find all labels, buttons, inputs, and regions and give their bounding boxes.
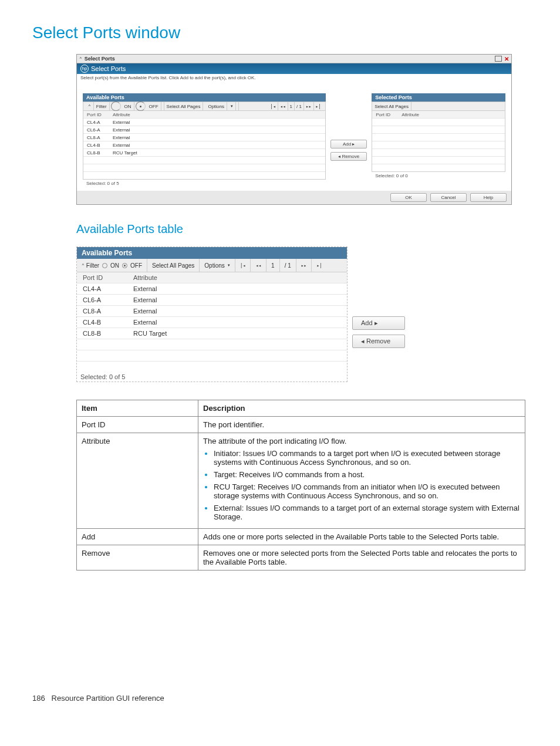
page-footer: 186 Resource Partition GUI reference [32, 694, 528, 703]
table-row[interactable]: CL6-AExternal [83, 126, 325, 134]
page-title: Select Ports window [32, 23, 528, 42]
available-ports-header: Available Ports [83, 93, 326, 102]
select-all-pages-button[interactable]: Select All Pages [164, 102, 204, 110]
add-button[interactable]: Add ▸ [330, 140, 367, 148]
options-dropdown[interactable]: Options▾ [203, 102, 239, 110]
description-table: Item Description Port ID The port identi… [76, 400, 525, 571]
page-number: 186 [32, 694, 45, 703]
page-last-button[interactable]: ▸| [314, 102, 323, 110]
available-selected-count: Selected: 0 of 5 [77, 372, 347, 382]
col-description: Description [198, 400, 525, 417]
close-icon[interactable]: ✕ [504, 56, 509, 62]
page-next-button[interactable]: ▸▸ [296, 259, 312, 272]
list-item: Initiator: Issues I/O commands to a targ… [214, 449, 520, 467]
list-item: Target: Receives I/O commands from a hos… [214, 470, 520, 479]
filter-control[interactable]: ⌃Filter ON OFF [77, 259, 147, 272]
available-ports-table-heading: Available Ports table [76, 222, 528, 236]
available-ports-table: Port IDAttribute CL4-AExternal CL6-AExte… [77, 272, 347, 372]
available-selected-count: Selected: 0 of 5 [83, 180, 326, 187]
page-first-button[interactable]: |◂ [235, 259, 251, 272]
available-ports-header: Available Ports [77, 247, 347, 259]
table-row[interactable]: CL8-AExternal [77, 306, 347, 317]
table-row[interactable]: CL6-AExternal [77, 295, 347, 306]
col-attribute[interactable]: Attribute [130, 274, 347, 281]
titlebar-text: Select Ports [82, 56, 115, 62]
list-item: RCU Target: Receives I/O commands from a… [214, 482, 520, 500]
options-dropdown[interactable]: Options ▾ [200, 259, 235, 272]
col-attribute[interactable]: Attribute [399, 112, 505, 117]
page-last-button[interactable]: ▸| [312, 259, 327, 272]
table-row[interactable]: CL8-AExternal [83, 134, 325, 141]
table-row[interactable]: CL4-BExternal [83, 141, 325, 149]
table-row[interactable]: CL4-BExternal [77, 317, 347, 328]
table-row: Attribute The attribute of the port indi… [77, 433, 525, 529]
list-item: External: Issues I/O commands to a targe… [214, 504, 520, 521]
page-total: / 1 [295, 102, 304, 110]
instruction-text: Select port(s) from the Available Ports … [77, 74, 511, 82]
remove-button[interactable]: ◂ Remove [352, 335, 405, 348]
page-next-button[interactable]: ▸▸ [304, 102, 314, 110]
add-button[interactable]: Add ▸ [352, 316, 405, 330]
select-ports-screenshot: ⌃ Select Ports ✕ hp Select Ports Select … [76, 54, 512, 205]
col-item: Item [77, 400, 198, 417]
available-ports-panel: Available Ports ⌃Filter ON OFF Select Al… [83, 93, 326, 187]
remove-button[interactable]: ◂ Remove [330, 152, 367, 161]
maximize-icon[interactable] [495, 56, 502, 62]
page-prev-button[interactable]: ◂◂ [251, 259, 266, 272]
dialog-header-text: Select Ports [91, 65, 126, 72]
table-row[interactable]: CL4-AExternal [83, 119, 325, 126]
hp-logo-icon: hp [80, 65, 89, 73]
col-port-id[interactable]: Port ID [372, 112, 399, 117]
table-row: Add Adds one or more ports selected in t… [77, 529, 525, 545]
page-current: 1 [266, 259, 280, 272]
page-total: / 1 [280, 259, 296, 272]
select-all-pages-button[interactable]: Select All Pages [147, 259, 200, 272]
window-titlebar: ⌃ Select Ports ✕ [77, 55, 511, 63]
filter-control[interactable]: ⌃Filter ON OFF [83, 102, 164, 110]
selected-selected-count: Selected: 0 of 0 [372, 172, 505, 180]
selected-ports-header: Selected Ports [372, 93, 505, 102]
col-port-id[interactable]: Port ID [77, 274, 130, 281]
page-prev-button[interactable]: ◂◂ [278, 102, 288, 110]
select-all-pages-button[interactable]: Select All Pages [372, 102, 411, 110]
available-ports-table: Port IDAttribute CL4-AExternal CL6-AExte… [83, 111, 326, 180]
cancel-button[interactable]: Cancel [430, 193, 467, 202]
col-attribute[interactable]: Attribute [110, 112, 325, 117]
available-ports-screenshot: Available Ports ⌃Filter ON OFF Select Al… [76, 247, 405, 382]
table-row[interactable]: CL4-AExternal [77, 283, 347, 295]
page-first-button[interactable]: |◂ [268, 102, 278, 110]
page-current: 1 [288, 102, 295, 110]
ok-button[interactable]: OK [390, 193, 427, 202]
col-port-id[interactable]: Port ID [83, 112, 110, 117]
footer-text: Resource Partition GUI reference [52, 694, 164, 703]
dialog-header: hp Select Ports [77, 63, 511, 74]
table-row[interactable]: CL8-BRCU Target [83, 149, 325, 157]
selected-ports-table: Port IDAttribute [372, 111, 505, 172]
table-row[interactable]: CL8-BRCU Target [77, 328, 347, 339]
table-row: Remove Removes one or more selected port… [77, 545, 525, 571]
selected-ports-panel: Selected Ports Select All Pages Port IDA… [372, 93, 505, 187]
help-button[interactable]: Help [470, 193, 507, 202]
table-row: Port ID The port identifier. [77, 417, 525, 433]
